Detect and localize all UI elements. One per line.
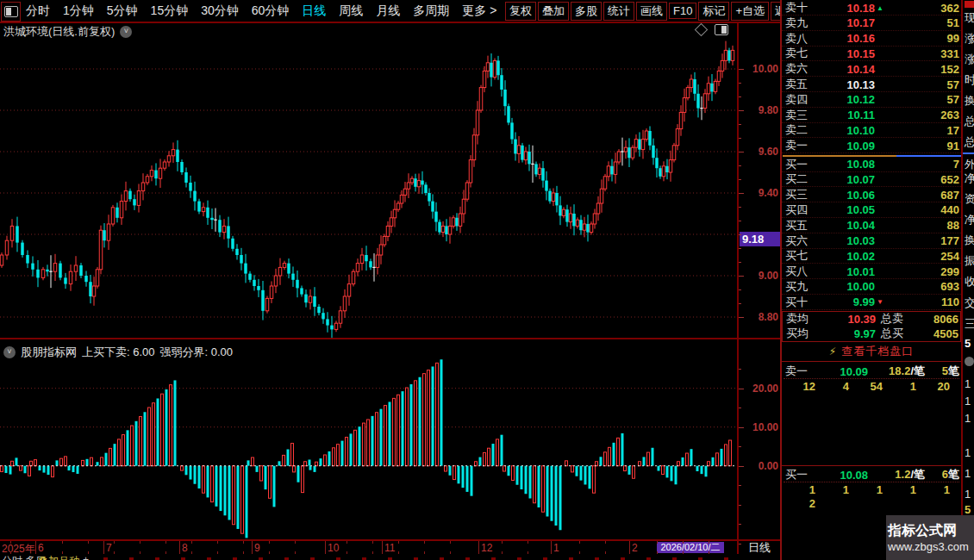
buy-level-row[interactable]: 买七10.02254 bbox=[782, 249, 961, 264]
price-axis-label: 10.00 bbox=[752, 63, 778, 75]
clipped-text: 叠加品种 bbox=[38, 554, 79, 560]
buy-level-row[interactable]: 买十9.99▼110 bbox=[782, 296, 961, 310]
axis-minor-tick bbox=[739, 124, 741, 125]
axis-minor-tick bbox=[739, 179, 741, 180]
sell-level-row[interactable]: 卖十10.18▲362 bbox=[782, 1, 961, 16]
tool-button-0[interactable]: 复权 bbox=[505, 2, 536, 21]
level-volume: 57 bbox=[887, 78, 959, 91]
level-volume: 331 bbox=[887, 47, 959, 60]
level-label: 卖五 bbox=[785, 77, 820, 92]
timeframe-tab-3[interactable]: 15分钟 bbox=[151, 3, 189, 19]
tool-button-7[interactable]: +自选 bbox=[731, 2, 769, 21]
sell-level-row[interactable]: 卖四10.1257 bbox=[782, 93, 961, 108]
timeframe-tab-4[interactable]: 30分钟 bbox=[201, 3, 239, 19]
sell-level-row[interactable]: 卖一10.0991 bbox=[782, 139, 961, 153]
level-price: 10.16 bbox=[820, 32, 875, 45]
axis-minor-tick bbox=[739, 466, 741, 467]
dotted-separator bbox=[784, 482, 959, 482]
timeframe-tab-8[interactable]: 月线 bbox=[376, 3, 400, 19]
tool-button-3[interactable]: 统计 bbox=[603, 2, 634, 21]
sell-level-row[interactable]: 卖五10.1357 bbox=[782, 78, 961, 92]
avg-label: 买均 bbox=[786, 326, 821, 341]
timeframe-tab-10[interactable]: 更多 > bbox=[462, 3, 496, 19]
timeframe-tab-9[interactable]: 多周期 bbox=[413, 3, 449, 19]
buy-level-row[interactable]: 买九10.00693 bbox=[782, 280, 961, 295]
sell-level-row[interactable]: 卖九10.1751 bbox=[782, 16, 961, 31]
down-arrow-icon: ▼ bbox=[875, 298, 887, 306]
total-value: 4505 bbox=[917, 327, 958, 340]
timeframe-tab-7[interactable]: 周线 bbox=[339, 3, 363, 19]
total-value: 8066 bbox=[917, 313, 958, 326]
candlestick-chart[interactable] bbox=[0, 23, 737, 339]
level-volume: 652 bbox=[887, 173, 959, 186]
level-label: 卖三 bbox=[785, 108, 820, 123]
level-price: 10.06 bbox=[820, 189, 875, 202]
indicator-histogram[interactable] bbox=[0, 339, 737, 539]
buy-level-row[interactable]: 买八10.01299 bbox=[782, 264, 961, 279]
sell-level-row[interactable]: 卖六10.14152 bbox=[782, 62, 961, 77]
buy-level-row[interactable]: 买六10.03177 bbox=[782, 234, 961, 249]
minor-tick bbox=[62, 541, 63, 544]
minor-tick bbox=[372, 541, 373, 544]
timeframe-tab-2[interactable]: 5分钟 bbox=[107, 3, 138, 19]
level-volume: 440 bbox=[887, 203, 959, 216]
clipped-label: 总 bbox=[965, 134, 974, 150]
tool-button-1[interactable]: 叠加 bbox=[538, 2, 569, 21]
section-border bbox=[782, 465, 961, 466]
level-label: 买四 bbox=[785, 202, 820, 218]
timeframe-tab-0[interactable]: 分时 bbox=[26, 3, 50, 19]
month-label: 10 bbox=[328, 542, 339, 554]
clipped-label: 净 bbox=[965, 171, 974, 186]
clipped-label: 现 bbox=[965, 10, 974, 26]
layout-toggle-button[interactable] bbox=[1, 2, 21, 22]
tool-button-2[interactable]: 多股 bbox=[571, 2, 602, 21]
clipped-circle-icon bbox=[965, 357, 974, 366]
sell-level-row[interactable]: 卖八10.1699 bbox=[782, 32, 961, 47]
clipped-label: 5 bbox=[965, 337, 971, 350]
sell-level-row[interactable]: 卖七10.15331 bbox=[782, 47, 961, 61]
tool-button-6[interactable]: 标记 bbox=[698, 2, 729, 21]
level-volume: 110 bbox=[887, 296, 959, 308]
clipped-label: 1 bbox=[965, 412, 971, 425]
sell1-detail-queue: 12454120 bbox=[782, 380, 959, 393]
price-axis-label: 9.60 bbox=[759, 146, 778, 158]
order-count: 6笔 bbox=[925, 467, 959, 482]
view-thousand-levels-button[interactable]: ⚡查看千档盘口 bbox=[782, 342, 961, 362]
price-axis-label: 9.80 bbox=[759, 104, 778, 116]
month-label: 7 bbox=[106, 542, 112, 554]
level-price: 10.11 bbox=[820, 109, 875, 121]
level-label: 买三 bbox=[785, 187, 820, 202]
level-price: 10.05 bbox=[820, 203, 875, 216]
axis-minor-tick bbox=[739, 262, 741, 263]
queue-value: 1 bbox=[815, 483, 849, 496]
timeframe-tab-1[interactable]: 1分钟 bbox=[63, 3, 94, 19]
tool-button-5[interactable]: F10 bbox=[669, 3, 696, 19]
tool-button-4[interactable]: 画线 bbox=[636, 2, 667, 21]
axis-minor-tick bbox=[739, 207, 741, 208]
month-tick bbox=[252, 541, 253, 554]
axis-minor-tick bbox=[739, 221, 741, 221]
level-label: 卖八 bbox=[785, 31, 820, 47]
sell-level-row[interactable]: 卖二10.1017 bbox=[782, 123, 961, 138]
queue-value: 2 bbox=[782, 497, 815, 510]
buy1-detail-queue-2: 2 bbox=[782, 497, 959, 510]
month-label: 8 bbox=[182, 542, 188, 554]
dotted-separator bbox=[784, 378, 959, 379]
buy-level-row[interactable]: 买四10.05440 bbox=[782, 203, 961, 218]
buy1-detail-header: 买一10.081.2/笔6笔 bbox=[782, 468, 961, 482]
buy-level-row[interactable]: 买三10.06687 bbox=[782, 188, 961, 202]
axis-minor-tick bbox=[739, 408, 741, 408]
buy-ratio-segment bbox=[896, 155, 961, 157]
buy-level-row[interactable]: 买一10.087 bbox=[782, 158, 961, 172]
timeframe-tab-6[interactable]: 日线 bbox=[302, 3, 326, 19]
buy-level-row[interactable]: 买五10.0488 bbox=[782, 219, 961, 233]
level-label: 买一 bbox=[785, 157, 820, 172]
sell-level-row[interactable]: 卖三10.11263 bbox=[782, 109, 961, 123]
level-label: 买八 bbox=[785, 264, 820, 279]
level-price: 10.09 bbox=[820, 140, 875, 152]
month-tick bbox=[179, 541, 180, 554]
timeframe-tab-5[interactable]: 60分钟 bbox=[252, 3, 290, 19]
chevron-down-icon[interactable]: ˅ bbox=[3, 346, 16, 358]
avg-value: 10.39 bbox=[821, 313, 876, 326]
buy-level-row[interactable]: 买二10.07652 bbox=[782, 172, 961, 187]
